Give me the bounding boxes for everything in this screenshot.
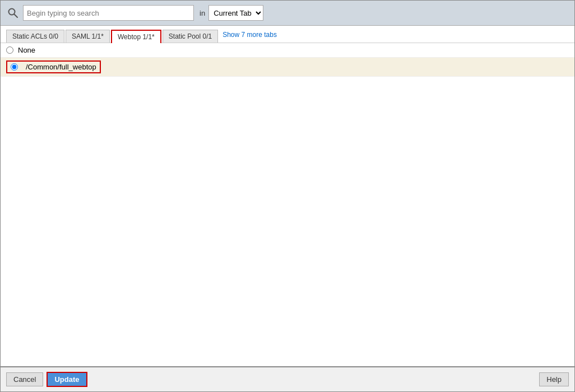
label-none: None [18, 46, 35, 54]
search-icon [6, 6, 20, 20]
tab-saml[interactable]: SAML 1/1* [66, 30, 110, 43]
tabs-row: Static ACLs 0/0 SAML 1/1* Webtop 1/1* St… [1, 26, 574, 43]
help-button[interactable]: Help [539, 372, 569, 386]
label-full-webtop: /Common/full_webtop [26, 63, 96, 71]
list-item-none[interactable]: None [1, 43, 574, 58]
cancel-button[interactable]: Cancel [6, 372, 43, 386]
show-more-tabs-link[interactable]: Show 7 more tabs [222, 31, 277, 41]
radio-full-webtop[interactable] [11, 63, 18, 71]
svg-line-1 [15, 15, 18, 18]
content-area: None /Common/full_webtop [1, 43, 574, 366]
tab-webtop[interactable]: Webtop 1/1* [111, 30, 161, 43]
selected-box: /Common/full_webtop [6, 60, 101, 73]
scope-select[interactable]: Current Tab All Tabs [208, 5, 263, 21]
tab-static-pool[interactable]: Static Pool 0/1 [163, 30, 218, 43]
radio-list: None /Common/full_webtop [1, 43, 574, 77]
tab-static-acls[interactable]: Static ACLs 0/0 [6, 30, 64, 43]
search-input[interactable] [23, 5, 194, 21]
radio-none[interactable] [6, 46, 13, 54]
search-bar: in Current Tab All Tabs [1, 1, 574, 26]
footer: Cancel Update Help [1, 366, 574, 391]
footer-left: Cancel Update [6, 372, 87, 387]
list-item-full-webtop[interactable]: /Common/full_webtop [1, 58, 574, 77]
in-label: in [200, 9, 205, 17]
update-button[interactable]: Update [47, 372, 87, 387]
